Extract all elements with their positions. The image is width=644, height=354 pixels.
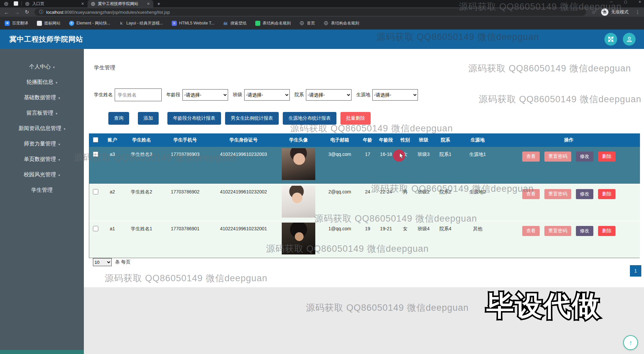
page-size-control: 10 条 每页 bbox=[93, 258, 130, 266]
sidebar-item-personal-center[interactable]: 个人中心▾ bbox=[0, 59, 84, 74]
page-size-select[interactable]: 10 bbox=[93, 258, 112, 266]
sidebar-item-message-board[interactable]: 留言板管理▾ bbox=[0, 105, 84, 121]
cell-class: 班级2 bbox=[414, 184, 433, 221]
html5-icon: 5 bbox=[172, 21, 177, 26]
page-number-button[interactable]: 1 bbox=[630, 265, 641, 277]
bookmark-item[interactable]: 表结构命名规则 bbox=[324, 20, 359, 26]
reset-password-button[interactable]: 重置密码 bbox=[544, 226, 571, 236]
sidebar-item-label: 基础数据管理 bbox=[24, 95, 56, 100]
user-profile-button[interactable] bbox=[623, 33, 636, 46]
age-distribution-report-button[interactable]: 年龄段分布统计报表 bbox=[167, 112, 221, 125]
delete-button[interactable]: 删除 bbox=[598, 226, 615, 236]
element-ui-icon: E bbox=[69, 21, 74, 26]
edit-button[interactable]: 修改 bbox=[576, 152, 593, 162]
batch-delete-button[interactable]: 批量删除 bbox=[340, 112, 371, 125]
view-button[interactable]: 查看 bbox=[522, 152, 540, 162]
globe-icon[interactable] bbox=[4, 1, 8, 7]
cell-gender: 女 bbox=[396, 221, 414, 258]
bookmarks-bar: 译百度翻译 图标网站 EElement - 网站快... λ:Layui - 经… bbox=[0, 17, 644, 30]
bookmark-item[interactable]: 译百度翻译 bbox=[5, 20, 28, 26]
age-range-select[interactable]: -请选择- bbox=[182, 89, 228, 101]
url-text: localhost:8080/xueyuanwangzhan/jsp/modul… bbox=[46, 10, 170, 15]
browser-tab-active[interactable]: 冀中工程技师学院网站 ✕ bbox=[88, 0, 153, 7]
gender-ratio-report-button[interactable]: 男女生比例统计报表 bbox=[225, 112, 279, 125]
forward-icon[interactable]: → bbox=[14, 9, 19, 15]
cell-email: 3@qq.com bbox=[320, 147, 360, 184]
new-tab-button[interactable]: + bbox=[157, 1, 160, 6]
query-button[interactable]: 查询 bbox=[108, 112, 129, 125]
sidebar-item-carousel-info[interactable]: 轮播图信息▾ bbox=[0, 74, 84, 90]
filter-bar: 学生姓名 年龄段 -请选择- 班级 -请选择- 院系 -请选择- 生源地 -请选… bbox=[94, 88, 418, 101]
bookmark-item[interactable]: 表结构命名规则 bbox=[255, 20, 291, 26]
row-checkbox[interactable] bbox=[93, 152, 98, 157]
reset-password-button[interactable]: 重置密码 bbox=[544, 189, 571, 199]
bookmark-folder-icon bbox=[37, 21, 42, 26]
row-checkbox[interactable] bbox=[93, 189, 98, 194]
cell-age: 19 bbox=[360, 221, 376, 258]
edit-button[interactable]: 修改 bbox=[576, 226, 593, 236]
edit-button[interactable]: 修改 bbox=[576, 189, 593, 199]
incognito-icon bbox=[601, 8, 608, 16]
table-header-row: 账户 学生姓名 学生手机号 学生身份证号 学生头像 电子邮箱 年龄 年龄段 性别… bbox=[89, 133, 640, 147]
sidebar-item-label: 新闻资讯信息管理 bbox=[18, 125, 61, 131]
reset-password-button[interactable]: 重置密码 bbox=[544, 152, 571, 162]
user-icon bbox=[626, 36, 633, 43]
address-bar[interactable]: ⓘ localhost:8080/xueyuanwangzhan/jsp/mod… bbox=[35, 8, 586, 16]
bookmark-item[interactable]: 5HTML5 Website T... bbox=[172, 21, 214, 26]
bookmark-item[interactable]: 图标网站 bbox=[37, 20, 60, 26]
fullscreen-button[interactable] bbox=[604, 33, 617, 46]
cell-phone: 17703786901 bbox=[160, 221, 210, 258]
per-page-label: 条 每页 bbox=[115, 259, 130, 265]
cell-email: 2@qq.com bbox=[320, 184, 360, 221]
back-to-top-button[interactable]: ↑ bbox=[623, 335, 638, 350]
bookmark-item[interactable]: λ:Layui - 经典开源模... bbox=[119, 20, 163, 26]
bookmark-label: 百度翻译 bbox=[12, 20, 28, 26]
sidebar-item-news-info[interactable]: 新闻资讯信息管理▾ bbox=[0, 121, 84, 136]
sidebar-item-faculty[interactable]: 师资力量管理▾ bbox=[0, 136, 84, 152]
origin-select[interactable]: -请选择- bbox=[372, 89, 418, 101]
app-header: 冀中工程技师学院网站 bbox=[0, 30, 644, 49]
bookmark-item[interactable]: 搜索壁纸 bbox=[223, 20, 247, 26]
dept-select[interactable]: -请选择- bbox=[306, 89, 352, 101]
sidebar-item-student-management[interactable]: 学生管理 bbox=[0, 182, 84, 198]
sidebar-item-basic-data[interactable]: 基础数据管理▾ bbox=[0, 90, 84, 105]
tab-close-icon[interactable]: ✕ bbox=[147, 2, 150, 6]
student-avatar bbox=[282, 148, 315, 180]
sidebar-item-single-page-data[interactable]: 单页数据管理▾ bbox=[0, 152, 84, 167]
cell-account: a2 bbox=[102, 184, 123, 221]
class-select[interactable]: -请选择- bbox=[244, 89, 290, 101]
tab-close-icon[interactable]: ✕ bbox=[81, 2, 84, 6]
cell-name: 学生姓名3 bbox=[123, 147, 160, 184]
bookmark-item[interactable]: EElement - 网站快... bbox=[69, 20, 110, 26]
page-info-icon[interactable]: ⓘ bbox=[39, 9, 44, 15]
sidebar-item-label: 个人中心 bbox=[29, 64, 51, 69]
maximize-icon[interactable]: ▢ bbox=[624, 0, 627, 4]
student-name-input[interactable] bbox=[115, 88, 162, 101]
site-title: 冀中工程技师学院网站 bbox=[9, 35, 83, 44]
select-all-checkbox[interactable] bbox=[93, 137, 98, 142]
sidebar: 个人中心▾ 轮播图信息▾ 基础数据管理▾ 留言板管理▾ 新闻资讯信息管理▾ 师资… bbox=[0, 49, 84, 350]
cell-class: 班级3 bbox=[414, 147, 433, 184]
back-icon[interactable]: ← bbox=[4, 9, 9, 15]
delete-button[interactable]: 删除 bbox=[598, 189, 615, 199]
sidebar-item-label: 校园风光管理 bbox=[24, 172, 56, 177]
bookmark-item[interactable]: 首页 bbox=[300, 20, 315, 26]
screen: 入口页 ✕ 冀中工程技师学院网站 ✕ + ─ ▢ ✕ ← → ↻ ⓘ local… bbox=[0, 0, 644, 354]
minimize-icon[interactable]: ─ bbox=[610, 0, 612, 4]
row-checkbox[interactable] bbox=[93, 226, 98, 231]
filter-label-age-range: 年龄段 bbox=[166, 92, 180, 98]
origin-distribution-report-button[interactable]: 生源地分布统计报表 bbox=[283, 112, 336, 125]
url-host: localhost bbox=[46, 10, 63, 15]
reload-icon[interactable]: ↻ bbox=[25, 9, 29, 15]
view-button[interactable]: 查看 bbox=[522, 189, 540, 199]
browser-menu-icon[interactable]: ⋮ bbox=[635, 9, 640, 15]
student-avatar bbox=[282, 223, 315, 254]
close-icon[interactable]: ✕ bbox=[639, 0, 641, 4]
bookmark-star-icon[interactable]: ☆ bbox=[591, 9, 596, 15]
delete-button[interactable]: 删除 bbox=[598, 152, 615, 162]
pinned-tab-icon[interactable] bbox=[14, 1, 18, 6]
sidebar-item-campus-scenery[interactable]: 校园风光管理▾ bbox=[0, 167, 84, 182]
browser-tab-entry[interactable]: 入口页 ✕ bbox=[22, 0, 88, 7]
view-button[interactable]: 查看 bbox=[522, 226, 540, 236]
add-button[interactable]: 添加 bbox=[138, 112, 159, 125]
